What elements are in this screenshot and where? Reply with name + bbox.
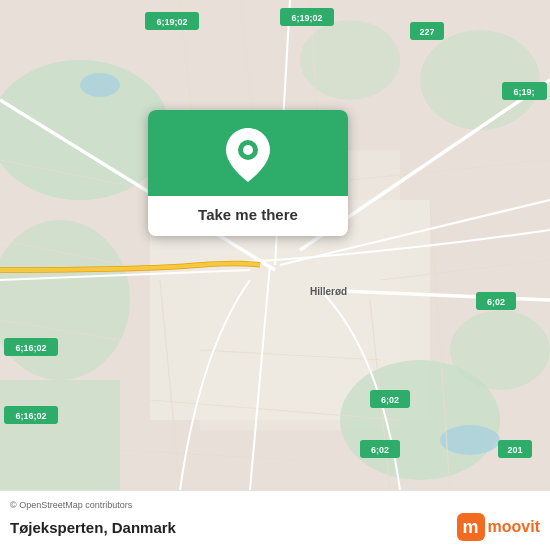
svg-text:6;19;02: 6;19;02: [156, 17, 187, 27]
map-container: 6;19;02 6;19;02 227 6;19; 6;16;02 6;16;0…: [0, 0, 550, 490]
place-info: Tøjeksperten, Danmark m moovit: [10, 513, 540, 541]
svg-text:6;16;02: 6;16;02: [15, 411, 46, 421]
bottom-bar: © OpenStreetMap contributors Tøjeksperte…: [0, 490, 550, 550]
svg-point-8: [420, 30, 540, 130]
svg-text:Hillerød: Hillerød: [310, 286, 347, 297]
svg-text:227: 227: [419, 27, 434, 37]
moovit-text: moovit: [488, 518, 540, 536]
svg-text:6;19;02: 6;19;02: [291, 13, 322, 23]
card-green-section: [148, 110, 348, 196]
svg-text:6;02: 6;02: [371, 445, 389, 455]
attribution-text: © OpenStreetMap contributors: [10, 500, 540, 510]
place-name: Tøjeksperten, Danmark: [10, 519, 176, 536]
svg-text:6;19;: 6;19;: [513, 87, 534, 97]
svg-point-10: [80, 73, 120, 97]
take-me-there-button[interactable]: Take me there: [198, 206, 298, 223]
svg-point-7: [450, 310, 550, 390]
svg-text:6;16;02: 6;16;02: [15, 343, 46, 353]
svg-text:6;02: 6;02: [487, 297, 505, 307]
svg-rect-5: [0, 380, 120, 490]
moovit-m-icon: m: [457, 513, 485, 541]
svg-point-11: [440, 425, 500, 455]
location-pin-icon: [226, 128, 270, 182]
svg-point-55: [243, 145, 253, 155]
card-label-section: Take me there: [148, 196, 348, 236]
action-card: Take me there: [148, 110, 348, 236]
svg-point-9: [300, 20, 400, 100]
svg-text:6;02: 6;02: [381, 395, 399, 405]
moovit-logo[interactable]: m moovit: [457, 513, 540, 541]
svg-text:201: 201: [507, 445, 522, 455]
